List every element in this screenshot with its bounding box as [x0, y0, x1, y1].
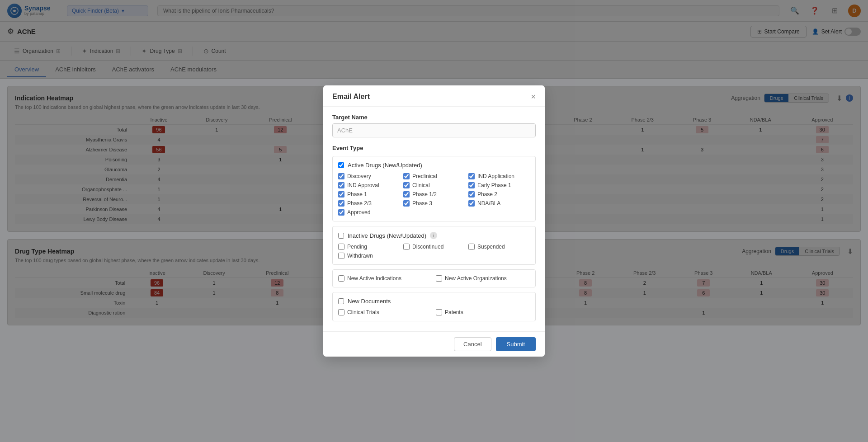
phase2-checkbox[interactable] [468, 191, 475, 197]
nda-checkbox[interactable] [468, 200, 475, 207]
early-phase1-checkbox[interactable] [468, 182, 475, 188]
active-drugs-label: Active Drugs (New/Updated) [348, 162, 422, 169]
phase2h-checkbox[interactable] [338, 200, 344, 207]
new-active-group: New Active Indications New Active Organi… [332, 269, 536, 287]
discontinued-checkbox[interactable] [403, 244, 410, 250]
discovery-checkbox[interactable] [338, 173, 344, 179]
suspended-checkbox[interactable] [468, 244, 475, 250]
pending-checkbox[interactable] [338, 244, 344, 250]
event-type-label: Event Type [332, 145, 536, 151]
checkbox-nda: NDA/BLA [468, 200, 530, 207]
checkbox-discovery: Discovery [338, 173, 400, 179]
phase3-checkbox[interactable] [403, 200, 410, 207]
ind-app-checkbox[interactable] [468, 173, 475, 179]
checkbox-ind-application: IND Application [468, 173, 530, 179]
checkbox-patents: Patents [436, 309, 530, 315]
target-name-group: Target Name [332, 114, 536, 137]
clinical-checkbox[interactable] [403, 182, 410, 188]
modal-body: Target Name Event Type Active Drugs (New… [323, 107, 545, 331]
checkbox-new-organizations: New Active Organizations [436, 275, 530, 282]
preclinical-checkbox[interactable] [403, 173, 410, 179]
inactive-info-icon[interactable]: i [430, 232, 437, 239]
inactive-drugs-label: Inactive Drugs (New/Updated) [348, 232, 426, 239]
active-drugs-header: Active Drugs (New/Updated) [338, 162, 530, 169]
new-organizations-checkbox[interactable] [436, 275, 442, 282]
new-documents-sub-items: Clinical Trials Patents [338, 309, 530, 315]
inactive-drugs-sub-items: Pending Discontinued Suspended Withdrawn [338, 244, 530, 259]
active-drugs-sub-items: Discovery Preclinical IND Application IN… [338, 173, 530, 216]
ind-approval-checkbox[interactable] [338, 182, 344, 188]
checkbox-clinical: Clinical [403, 182, 465, 188]
active-drugs-checkbox[interactable] [338, 162, 344, 168]
phase1h-checkbox[interactable] [403, 191, 410, 197]
email-alert-modal: Email Alert × Target Name Event Type Act… [323, 85, 545, 357]
inactive-drugs-header: Inactive Drugs (New/Updated) i [338, 232, 530, 239]
checkbox-ind-approval: IND Approval [338, 182, 400, 188]
inactive-drugs-checkbox[interactable] [338, 233, 344, 239]
checkbox-phase2: Phase 2 [468, 191, 530, 197]
cancel-button[interactable]: Cancel [454, 337, 491, 351]
phase1-checkbox[interactable] [338, 191, 344, 197]
checkbox-suspended: Suspended [468, 244, 530, 250]
checkbox-clinical-trials: Clinical Trials [338, 309, 432, 315]
approved-checkbox[interactable] [338, 209, 344, 216]
modal-overlay: Email Alert × Target Name Event Type Act… [0, 0, 868, 442]
new-indications-checkbox[interactable] [338, 275, 344, 282]
checkbox-phase3: Phase 3 [403, 200, 465, 207]
target-name-label: Target Name [332, 114, 536, 121]
checkbox-phase2h: Phase 2/3 [338, 200, 400, 207]
new-documents-header: New Documents [338, 298, 530, 305]
active-drugs-group: Active Drugs (New/Updated) Discovery Pre… [332, 156, 536, 221]
inactive-drugs-group: Inactive Drugs (New/Updated) i Pending D… [332, 226, 536, 265]
new-documents-label: New Documents [348, 298, 391, 305]
checkbox-withdrawn: Withdrawn [338, 253, 400, 259]
modal-footer: Cancel Submit [323, 331, 545, 357]
withdrawn-checkbox[interactable] [338, 253, 344, 259]
checkbox-pending: Pending [338, 244, 400, 250]
checkbox-new-indications: New Active Indications [338, 275, 432, 282]
clinical-trials-checkbox[interactable] [338, 309, 344, 315]
checkbox-discontinued: Discontinued [403, 244, 465, 250]
checkbox-approved: Approved [338, 209, 400, 216]
checkbox-phase1: Phase 1 [338, 191, 400, 197]
patents-checkbox[interactable] [436, 309, 442, 315]
modal-close-button[interactable]: × [531, 93, 536, 101]
target-name-input[interactable] [332, 123, 536, 137]
new-documents-checkbox[interactable] [338, 298, 344, 304]
new-documents-group: New Documents Clinical Trials Patents [332, 292, 536, 321]
modal-header: Email Alert × [323, 85, 545, 107]
submit-button[interactable]: Submit [496, 337, 536, 351]
checkbox-phase1h: Phase 1/2 [403, 191, 465, 197]
checkbox-early-phase1: Early Phase 1 [468, 182, 530, 188]
modal-title: Email Alert [332, 93, 370, 101]
checkbox-preclinical: Preclinical [403, 173, 465, 179]
new-active-items: New Active Indications New Active Organi… [338, 275, 530, 282]
